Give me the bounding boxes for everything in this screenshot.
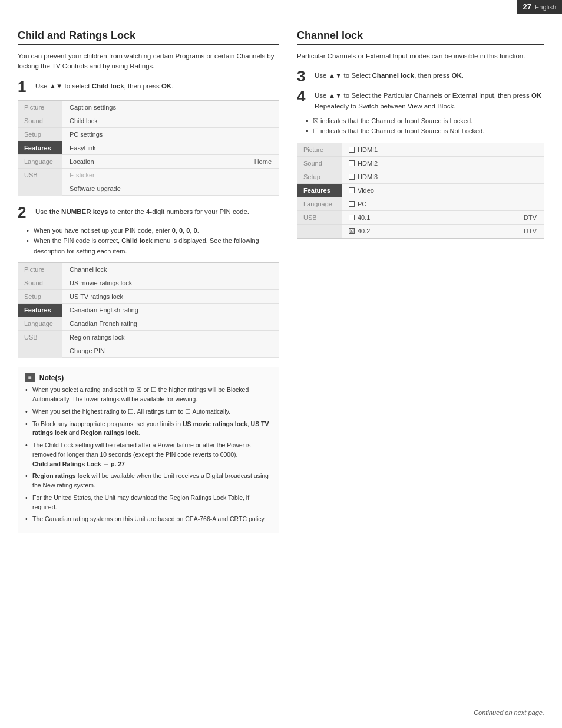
step2-row: 2 Use the NUMBER keys to enter the 4-dig…: [18, 205, 279, 220]
note4: The Child Lock setting will be retained …: [25, 441, 272, 469]
note5: Region ratings lock will be available wh…: [25, 472, 272, 490]
step2-bullet1: When you have not set up your PIN code, …: [27, 226, 279, 236]
menu1-row-pcsettings: PC settings: [62, 128, 279, 141]
menu1-row-softwareupgrade: Software upgrade: [62, 182, 279, 196]
checkbox-hdmi2: [349, 160, 355, 166]
note7: The Canadian rating systems on this Unit…: [25, 515, 272, 524]
menu1-item-features: Features: [18, 141, 62, 155]
step4-bullet2: ☐ indicates that the Channel or Input So…: [306, 126, 544, 137]
menu2-item-picture: Picture: [18, 263, 62, 276]
page-language: English: [535, 4, 556, 11]
menu3-row-pc: PC: [342, 197, 544, 211]
right-column: Channel lock Particular Channels or Exte…: [297, 29, 544, 533]
menu2-row-usmovie: US movie ratings lock: [62, 276, 279, 290]
step3-number: 3: [297, 68, 309, 84]
menu2-row-canfrench: Canadian French rating: [62, 317, 279, 331]
checkbox-hdmi3: [349, 174, 355, 180]
menu2-row-changepin: Change PIN: [62, 344, 279, 358]
menu1-item-usb: USB: [18, 169, 62, 182]
notes-box: ≡ Note(s) When you select a rating and s…: [18, 367, 279, 533]
menu1-item-picture: Picture: [18, 101, 62, 114]
step1-text: Use ▲▼ to select Child lock, then press …: [35, 79, 173, 91]
right-section-title: Channel lock: [297, 29, 544, 45]
menu3-item-sound: Sound: [297, 157, 342, 170]
note6: For the United States, the Unit may down…: [25, 493, 272, 512]
menu2-row-canenglish: Canadian English rating: [62, 304, 279, 317]
left-column: Child and Ratings Lock You can prevent y…: [18, 29, 279, 533]
checkbox-401: [349, 215, 355, 220]
step4-number: 4: [297, 88, 309, 111]
step4-text: Use ▲▼ to Select the Particular Channels…: [315, 88, 544, 111]
menu2-item-sound: Sound: [18, 276, 62, 290]
menu1-item-sound: Sound: [18, 114, 62, 128]
menu3-row-hdmi1: HDMI1: [342, 143, 544, 157]
left-section-title: Child and Ratings Lock: [18, 29, 279, 45]
menu2-item-language: Language: [18, 317, 62, 331]
step4-row: 4 Use ▲▼ to Select the Particular Channe…: [297, 88, 544, 111]
left-intro: You can prevent your children from watch…: [18, 51, 279, 72]
menu1-item-setup: Setup: [18, 128, 62, 141]
menu1-row-esticker: E-sticker- -: [62, 169, 279, 182]
menu3-row-402: ☒40.2 DTV: [342, 225, 544, 238]
menu3-table: Picture Sound Setup Features Language US…: [297, 143, 544, 239]
menu3-main: HDMI1 HDMI2 HDMI3 Video PC 40.1 DTV: [342, 143, 544, 238]
page-badge: 27 English: [517, 0, 562, 14]
menu3-row-hdmi3: HDMI3: [342, 170, 544, 184]
menu2-row-region: Region ratings lock: [62, 331, 279, 344]
note3: To Block any inappropriate programs, set…: [25, 420, 272, 439]
checkbox-402: ☒: [349, 228, 355, 234]
step4-bullet1: ☒ indicates that the Channel or Input So…: [306, 116, 544, 127]
menu2-row-ustv: US TV ratings lock: [62, 290, 279, 304]
step4-bullets: ☒ indicates that the Channel or Input So…: [306, 116, 544, 137]
step1-row: 1 Use ▲▼ to select Child lock, then pres…: [18, 79, 279, 94]
notes-header-text: Note(s): [39, 374, 64, 382]
step2-number: 2: [18, 205, 29, 220]
step2-bullets: When you have not set up your PIN code, …: [27, 226, 279, 257]
menu1-row-childlock: Child lock: [62, 114, 279, 128]
note1: When you select a rating and set it to ☒…: [25, 386, 272, 404]
menu3-sidebar: Picture Sound Setup Features Language US…: [297, 143, 342, 238]
menu1-row-location: LocationHome: [62, 155, 279, 169]
menu3-row-video: Video: [342, 184, 544, 197]
note2: When you set the highest rating to ☐. Al…: [25, 407, 272, 417]
menu3-row-401: 40.1 DTV: [342, 211, 544, 225]
menu2-main: Channel lock US movie ratings lock US TV…: [62, 263, 279, 358]
menu1-main: Caption settings Child lock PC settings …: [62, 101, 279, 196]
menu1-item-language: Language: [18, 155, 62, 169]
checkbox-pc: [349, 201, 355, 207]
menu2-table: Picture Sound Setup Features Language US…: [18, 262, 279, 358]
menu2-sidebar: Picture Sound Setup Features Language US…: [18, 263, 62, 358]
step2-bullet2: When the PIN code is correct, Child lock…: [27, 236, 279, 256]
notes-icon: ≡: [25, 373, 35, 382]
continued-label: Continued on next page.: [474, 709, 544, 716]
right-intro: Particular Channels or External Input mo…: [297, 51, 544, 61]
menu2-item-setup: Setup: [18, 290, 62, 304]
menu2-row-channellock: Channel lock: [62, 263, 279, 276]
step1-number: 1: [18, 79, 29, 94]
menu2-item-usb: USB: [18, 331, 62, 344]
menu3-item-usb: USB: [297, 211, 342, 225]
menu1-sidebar: Picture Sound Setup Features Language US…: [18, 101, 62, 196]
notes-header: ≡ Note(s): [25, 373, 272, 382]
checkbox-video: [349, 187, 355, 193]
menu1-row-easylink: EasyLink: [62, 141, 279, 155]
step2-text: Use the NUMBER keys to enter the 4-digit…: [35, 205, 249, 217]
menu3-item-features: Features: [297, 184, 342, 197]
menu2-item-features: Features: [18, 304, 62, 317]
page-number: 27: [523, 2, 531, 11]
menu3-item-language: Language: [297, 197, 342, 211]
menu3-item-setup: Setup: [297, 170, 342, 184]
menu3-row-hdmi2: HDMI2: [342, 157, 544, 170]
menu1-table: Picture Sound Setup Features Language US…: [18, 100, 279, 196]
menu1-row-caption: Caption settings: [62, 101, 279, 114]
checkbox-hdmi1: [349, 147, 355, 153]
menu3-item-picture: Picture: [297, 143, 342, 157]
step3-text: Use ▲▼ to Select Channel lock, then pres…: [315, 68, 464, 84]
step3-row: 3 Use ▲▼ to Select Channel lock, then pr…: [297, 68, 544, 84]
